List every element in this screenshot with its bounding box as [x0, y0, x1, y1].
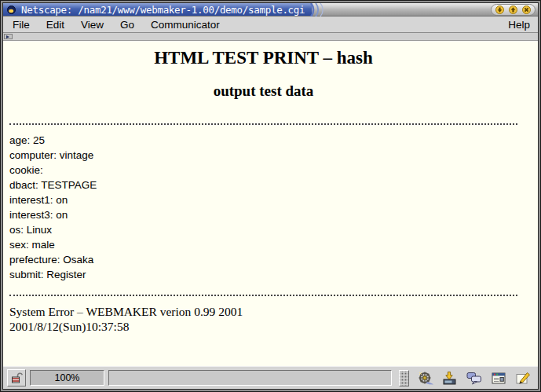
horizontal-rule — [9, 123, 517, 125]
window-frame: Netscape: /nam21/www/webmaker-1.00/demo/… — [2, 2, 539, 390]
form-data-line: interest1: on — [9, 192, 538, 207]
timestamp-line: 2001/8/12(Sun)10:37:58 — [9, 319, 538, 334]
discussions-icon — [466, 371, 483, 386]
window-menu-icon[interactable] — [7, 5, 16, 14]
composer-button[interactable] — [512, 369, 534, 387]
form-data-line: sex: male — [9, 237, 538, 252]
form-data-line: dbact: TESTPAGE — [9, 178, 538, 192]
menu-item[interactable]: Edit — [46, 19, 64, 31]
navigator-wheel-icon — [417, 371, 434, 386]
form-data-line: computer: vintage — [9, 148, 538, 163]
titlebar-arc-decoration — [310, 3, 329, 16]
collapsed-toolbar-strip — [3, 33, 538, 41]
progress-value: 100% — [55, 372, 80, 383]
mailbox-button[interactable] — [439, 369, 461, 387]
menu-item[interactable]: Go — [120, 19, 134, 31]
system-error-line: System Error – WEBMAKER verion 0.99 2001 — [9, 304, 538, 319]
titlebar[interactable]: Netscape: /nam21/www/webmaker-1.00/demo/… — [3, 3, 538, 16]
menu-item[interactable]: Communicator — [151, 19, 220, 31]
discussions-button[interactable] — [463, 369, 485, 387]
menu-item-help[interactable]: Help — [508, 19, 530, 31]
composer-icon — [514, 371, 532, 386]
netscape-window: Netscape: /nam21/www/webmaker-1.00/demo/… — [0, 0, 541, 392]
security-lock-icon — [10, 372, 23, 384]
form-data-line: submit: Register — [9, 267, 538, 282]
component-bar-grip[interactable] — [399, 370, 409, 387]
minimize-button[interactable] — [494, 5, 506, 14]
form-data-line: age: 25 — [9, 133, 538, 148]
browser-content: HTML TEST PRINT – hash output test data … — [3, 41, 538, 366]
status-message-area — [108, 370, 392, 386]
component-bar — [399, 369, 534, 387]
statusbar: 100% — [3, 366, 538, 389]
window-title: Netscape: /nam21/www/webmaker-1.00/demo/… — [21, 4, 305, 16]
page-subtitle: output test data — [9, 82, 517, 100]
window-controls — [491, 4, 536, 16]
form-data-line: interest3: on — [9, 207, 538, 222]
form-data-line: prefecture: Osaka — [9, 252, 538, 267]
horizontal-rule — [9, 295, 517, 296]
zoom-progress-indicator: 100% — [30, 370, 104, 386]
security-lock-button[interactable] — [7, 369, 26, 387]
address-book-button[interactable] — [488, 369, 510, 387]
navigator-button[interactable] — [415, 369, 437, 387]
mailbox-icon — [441, 371, 459, 386]
page-title: HTML TEST PRINT – hash — [9, 48, 517, 68]
menubar: File Edit View Go Communicator Help — [3, 16, 538, 33]
form-data-line: os: Linux — [9, 222, 538, 237]
menu-items: File Edit View Go Communicator — [13, 19, 220, 31]
toolbar-collapse-tab[interactable] — [4, 34, 13, 39]
maximize-button[interactable] — [507, 5, 519, 14]
menu-item[interactable]: View — [81, 19, 104, 31]
form-data-line: cookie: — [9, 163, 538, 178]
system-message: System Error – WEBMAKER verion 0.99 2001… — [9, 304, 538, 334]
address-book-icon — [490, 371, 507, 386]
titlebar-title-area: Netscape: /nam21/www/webmaker-1.00/demo/… — [3, 3, 312, 16]
close-button[interactable] — [521, 5, 532, 14]
menu-item[interactable]: File — [13, 19, 30, 31]
form-data-list: age: 25 computer: vintage cookie: dbact:… — [9, 133, 538, 282]
